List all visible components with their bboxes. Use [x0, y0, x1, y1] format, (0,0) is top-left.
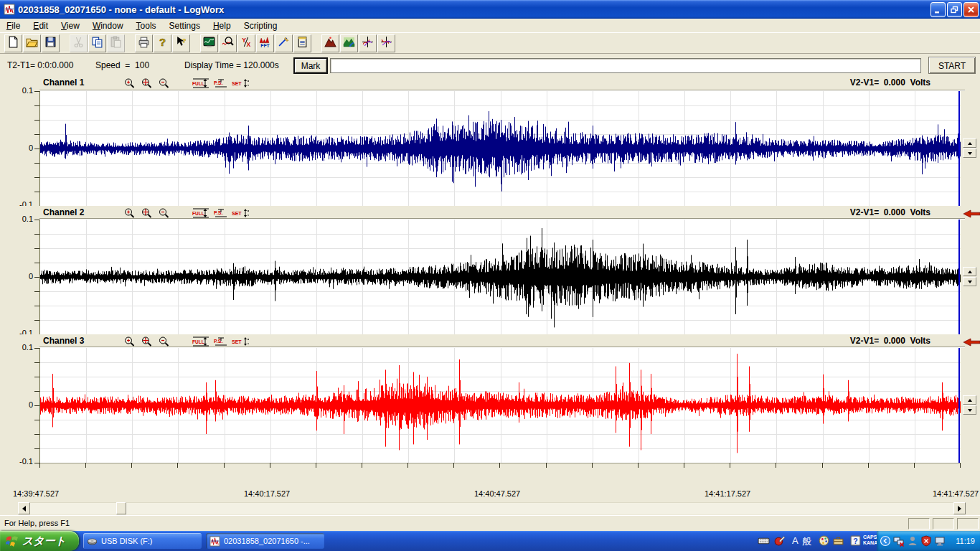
- channel-1-scale-spinner: [963, 138, 976, 158]
- ime-palette-icon[interactable]: [818, 534, 830, 547]
- time-axis-ticks: [39, 463, 961, 468]
- channel-2-zoom-in-button[interactable]: [123, 207, 137, 219]
- chart-screen-button[interactable]: [200, 34, 218, 52]
- channel-3-scale-up-button[interactable]: [963, 395, 976, 405]
- channel-1-set-scale-button[interactable]: SET: [232, 77, 249, 89]
- start-menu-button[interactable]: スタート: [0, 531, 79, 551]
- channel-3-position-scale-button[interactable]: P.S.: [213, 336, 229, 347]
- minimize-button[interactable]: [930, 2, 946, 17]
- scroll-right-button[interactable]: [953, 502, 966, 514]
- yx-plot-button[interactable]: YX: [237, 34, 255, 52]
- mark-button[interactable]: Mark: [294, 58, 327, 73]
- status-pane-3: [957, 518, 979, 529]
- menu-help[interactable]: Help: [207, 19, 237, 32]
- ime-mode-alpha[interactable]: A: [792, 535, 798, 546]
- open-file-button[interactable]: [23, 34, 41, 52]
- copy-button[interactable]: [88, 34, 106, 52]
- task-label: USB DISK (F:): [101, 537, 153, 545]
- channel-2-position-scale-button[interactable]: P.S.: [213, 207, 229, 219]
- channel-1-zoom-in-button[interactable]: [123, 77, 137, 89]
- taskbar-task-logworx[interactable]: 02031858_02071650 -...: [206, 533, 324, 549]
- channel-3-zoom-out-button[interactable]: [157, 336, 171, 347]
- notes-button[interactable]: [293, 34, 311, 52]
- print-button[interactable]: [135, 34, 153, 52]
- channel-2-zoom-out-button[interactable]: [157, 207, 171, 219]
- network-error-icon[interactable]: [893, 535, 905, 547]
- new-file-button[interactable]: [4, 34, 22, 52]
- channel-3-set-scale-button[interactable]: SET: [232, 336, 249, 347]
- help-button[interactable]: ?: [154, 34, 171, 52]
- channel-2-set-scale-button[interactable]: SET: [232, 207, 249, 219]
- menu-tools[interactable]: Tools: [130, 19, 163, 32]
- peak-red-button[interactable]: [321, 34, 339, 52]
- channel-1-position-scale-button[interactable]: P.S.: [213, 77, 229, 89]
- menu-window[interactable]: Window: [86, 19, 130, 32]
- start-acquisition-button[interactable]: START: [928, 57, 976, 74]
- peak-red-icon: [324, 36, 336, 51]
- fft-button[interactable]: FFT: [256, 34, 274, 52]
- channel-3-full-scale-button[interactable]: FULL: [192, 336, 210, 347]
- close-button[interactable]: [963, 2, 979, 17]
- channel-2-plot[interactable]: [39, 220, 961, 335]
- scrollbar-thumb[interactable]: [116, 502, 126, 514]
- channel-3-marker-arrow-icon: [963, 336, 980, 345]
- restore-button[interactable]: [947, 2, 962, 17]
- annotate-button[interactable]: [275, 34, 293, 52]
- menu-view[interactable]: View: [55, 19, 86, 32]
- channel-3-scale-spinner: [963, 395, 976, 415]
- horizontal-scrollbar[interactable]: [18, 502, 966, 514]
- channel-1-scale-down-button[interactable]: [963, 149, 976, 158]
- security-shield-icon[interactable]: [920, 535, 932, 547]
- hide-tray-icon[interactable]: [880, 535, 891, 547]
- terrain-icon: [343, 36, 355, 51]
- channel-2-zoom-pan-button[interactable]: [140, 207, 154, 219]
- save-button[interactable]: [42, 34, 60, 52]
- channel-2-scale-up-button[interactable]: [963, 267, 976, 276]
- channel-1-full-scale-button[interactable]: FULL: [192, 77, 210, 89]
- notes-icon: [296, 36, 308, 51]
- ime-toolbox-icon[interactable]: [832, 534, 844, 547]
- menu-edit[interactable]: Edit: [27, 19, 55, 32]
- channel-2-scale-down-button[interactable]: [963, 277, 976, 286]
- svg-text:?: ?: [182, 36, 187, 44]
- terrain-button[interactable]: [340, 34, 358, 52]
- t2t1-readout: T2-T1= 0:0:0.000: [7, 60, 73, 70]
- keyboard-icon[interactable]: [758, 534, 770, 547]
- channel-1-scale-up-button[interactable]: [963, 138, 976, 148]
- context-help-button[interactable]: ?: [172, 34, 190, 52]
- ime-help-icon[interactable]: ?: [849, 534, 862, 547]
- taskbar: スタート USB DISK (F:) 02031858_02071650 -..…: [0, 531, 980, 551]
- titlebar[interactable]: 02031858_02071650 - none - default - Log…: [0, 0, 980, 19]
- display-icon[interactable]: [934, 535, 946, 547]
- channel-2-full-scale-button[interactable]: FULL: [192, 207, 210, 219]
- mark-text-input[interactable]: [330, 58, 921, 73]
- ime-mode-kanji[interactable]: 般: [802, 535, 811, 548]
- channel-1-zoom-out-button[interactable]: [157, 77, 171, 89]
- copy-icon: [91, 36, 103, 51]
- channel-1-plot[interactable]: [39, 91, 961, 207]
- ime-pen-icon[interactable]: [773, 534, 786, 547]
- zoom-waveform-button[interactable]: [219, 34, 237, 52]
- channel-1-zoom-pan-button[interactable]: [140, 77, 154, 89]
- channel-3-scale-down-button[interactable]: [963, 405, 976, 415]
- time-label-0: 14:39:47.527: [13, 489, 59, 498]
- menu-file[interactable]: File: [0, 19, 27, 32]
- scroll-left-button[interactable]: [18, 502, 30, 514]
- svg-text:X: X: [247, 40, 251, 47]
- svg-text:P.S.: P.S.: [214, 339, 222, 344]
- channel-3-zoom-pan-button[interactable]: [140, 336, 154, 347]
- channel-1-header: Channel 1 FULLP.S.SET V2-V1= 0.000 Volts: [0, 76, 980, 91]
- menu-settings[interactable]: Settings: [163, 19, 207, 32]
- user-icon[interactable]: [907, 535, 918, 547]
- channel-3-zoom-in-button[interactable]: [123, 336, 137, 347]
- taskbar-task-usb-disk[interactable]: USB DISK (F:): [83, 533, 202, 549]
- channel-3-plot[interactable]: [39, 348, 961, 463]
- overlay-plot-2-button[interactable]: [377, 34, 395, 52]
- context-help-icon: ?: [175, 36, 187, 51]
- svg-text:SET: SET: [232, 339, 242, 344]
- overlay-plot-button[interactable]: [359, 34, 377, 52]
- channel-3-v2v1-readout: V2-V1= 0.000 Volts: [850, 336, 930, 346]
- menu-scripting[interactable]: Scripting: [237, 19, 284, 32]
- svg-text:FFT: FFT: [260, 42, 270, 47]
- taskbar-clock[interactable]: 11:19: [956, 537, 975, 545]
